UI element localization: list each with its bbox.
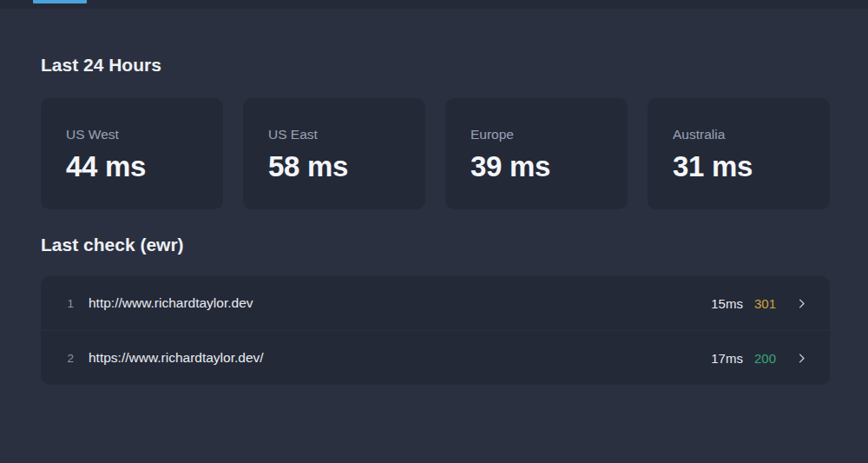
last-check-section-heading: Last check (ewr)	[41, 233, 830, 257]
row-index: 2	[62, 352, 74, 365]
checked-url: https://www.richardtaylor.dev/	[89, 350, 264, 366]
latency-card-us-east: US East 58 ms	[243, 98, 425, 209]
response-time: 17ms	[711, 351, 743, 366]
check-row-2[interactable]: 2 https://www.richardtaylor.dev/ 17ms 20…	[41, 331, 830, 385]
latency-cards: US West 44 ms US East 58 ms Europe 39 ms…	[41, 98, 830, 209]
latency-section-heading: Last 24 Hours	[41, 53, 830, 77]
region-label: Europe	[470, 127, 603, 142]
active-tab-indicator[interactable]	[33, 0, 87, 3]
dashboard-content: Last 24 Hours US West 44 ms US East 58 m…	[0, 53, 868, 385]
chevron-right-icon	[795, 352, 808, 365]
status-code-badge: 301	[754, 296, 776, 311]
region-label: US West	[66, 127, 199, 142]
chevron-right-icon	[795, 297, 808, 310]
latency-card-us-west: US West 44 ms	[41, 98, 223, 209]
checked-url: http://www.richardtaylor.dev	[89, 295, 253, 311]
check-list: 1 http://www.richardtaylor.dev 15ms 301 …	[41, 276, 830, 385]
status-code-badge: 200	[754, 351, 776, 366]
latency-value: 58 ms	[268, 151, 401, 182]
row-index: 1	[62, 297, 74, 310]
region-label: Australia	[673, 127, 806, 142]
latency-value: 31 ms	[673, 151, 806, 182]
response-time: 15ms	[711, 296, 743, 311]
check-row-1[interactable]: 1 http://www.richardtaylor.dev 15ms 301	[41, 276, 830, 330]
latency-value: 44 ms	[66, 151, 199, 182]
latency-card-australia: Australia 31 ms	[648, 98, 830, 209]
latency-card-europe: Europe 39 ms	[445, 98, 628, 209]
region-label: US East	[268, 127, 401, 142]
top-tab-strip	[0, 0, 868, 9]
latency-value: 39 ms	[470, 151, 603, 182]
